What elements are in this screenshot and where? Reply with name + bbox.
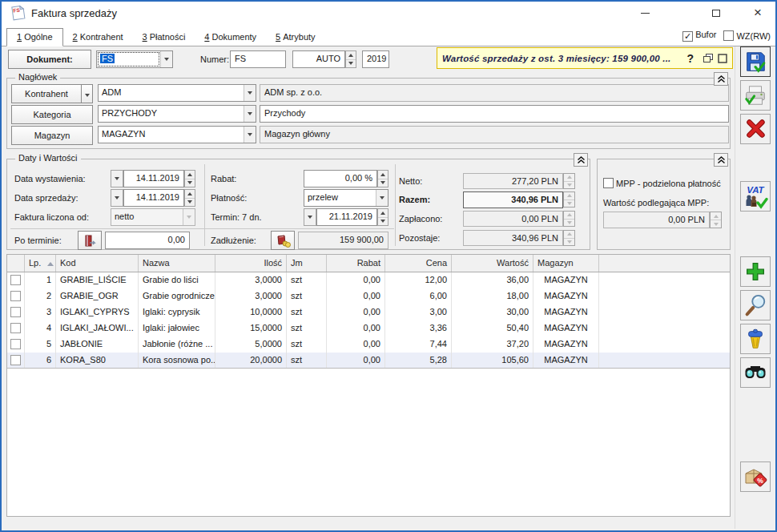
- tab-atrybuty[interactable]: 5Atrybuty: [266, 29, 324, 46]
- kategoria-name-field[interactable]: Przychody: [260, 105, 729, 123]
- netto-spinner: [563, 173, 575, 189]
- column-header[interactable]: Jm: [287, 255, 327, 272]
- data-wystawienia-drop[interactable]: [111, 170, 123, 187]
- chevron-down-icon: [183, 209, 195, 225]
- maximize-button[interactable]: [705, 2, 727, 23]
- numer-year-field[interactable]: 2019: [362, 50, 389, 68]
- column-header[interactable]: [7, 255, 25, 272]
- zaplacono-label: Zapłacono:: [399, 214, 442, 224]
- tab-ogolne[interactable]: 1Ogólne: [6, 28, 63, 46]
- table-row[interactable]: 3IGLAKI_CYPRYSIglaki: cyprysik10,0000szt…: [7, 304, 730, 320]
- collapse-daty-button[interactable]: [574, 153, 588, 167]
- table-row[interactable]: 5JABŁONIEJabłonie (różne ...5,0000szt0,0…: [7, 337, 730, 353]
- collapse-mpp-button[interactable]: [714, 153, 728, 167]
- column-header[interactable]: Lp.: [25, 255, 56, 272]
- kontrahent-code-combo[interactable]: ADM: [98, 84, 256, 102]
- termin-field[interactable]: 21.11.2019: [316, 208, 377, 226]
- data-wystawienia-field[interactable]: 14.11.2019: [123, 170, 184, 187]
- rabat-field[interactable]: 0,00 %: [304, 170, 377, 187]
- row-checkbox[interactable]: [10, 355, 21, 365]
- row-checkbox[interactable]: [10, 323, 21, 333]
- mpp-value-spinner: [710, 212, 722, 228]
- table-cell: 5: [25, 337, 56, 353]
- cancel-button[interactable]: [740, 114, 771, 144]
- table-cell: [7, 353, 25, 368]
- termin-drop[interactable]: [304, 208, 316, 226]
- tab-platnosci[interactable]: 3Płatności: [133, 29, 195, 46]
- print-button[interactable]: [740, 80, 771, 111]
- column-header[interactable]: Ilość: [215, 255, 287, 272]
- termin-spinner[interactable]: [377, 208, 388, 226]
- row-filler: [599, 272, 730, 288]
- data-sprzedazy-spinner[interactable]: [184, 189, 195, 207]
- data-sprzedazy-drop[interactable]: [111, 189, 123, 207]
- table-cell: 37,20: [452, 337, 533, 353]
- add-item-button[interactable]: [740, 256, 771, 287]
- zadluzenie-button[interactable]: [271, 231, 295, 250]
- chevron-down-icon[interactable]: [244, 85, 256, 101]
- column-header[interactable]: Nazwa: [139, 255, 215, 272]
- vat-registry-button[interactable]: VAT: [740, 181, 771, 212]
- magazyn-code-combo[interactable]: MAGAZYN: [98, 126, 256, 143]
- discounts-button[interactable]: %: [740, 461, 771, 492]
- bufor-checkbox[interactable]: ✓Bufor: [682, 30, 716, 42]
- wz-checkbox-box[interactable]: [723, 30, 734, 41]
- magazyn-name-field: Magazyn główny: [260, 126, 729, 143]
- column-header[interactable]: Magazyn: [533, 255, 599, 272]
- column-header[interactable]: Wartość: [452, 255, 533, 272]
- column-header[interactable]: Cena: [385, 255, 452, 272]
- numer-auto-spinner[interactable]: [345, 50, 356, 68]
- tab-kontrahent[interactable]: 2Kontrahent: [63, 29, 133, 46]
- table-cell: szt: [287, 304, 327, 320]
- kategoria-button[interactable]: Kategoria: [11, 105, 93, 124]
- data-sprzedazy-field[interactable]: 14.11.2019: [123, 189, 184, 207]
- table-row[interactable]: 1GRABIE_LIŚCIEGrabie do liści3,0000szt0,…: [7, 272, 730, 288]
- delete-item-button[interactable]: [740, 324, 771, 354]
- items-table: Lp.KodNazwaIlośćJmRabatCenaWartośćMagazy…: [6, 254, 731, 517]
- chevron-down-icon[interactable]: [160, 51, 172, 67]
- edit-item-button[interactable]: [740, 290, 771, 320]
- table-cell: 0,00: [327, 353, 385, 368]
- rabat-spinner[interactable]: [377, 170, 388, 187]
- tab-dokumenty[interactable]: 4Dokumenty: [195, 29, 266, 46]
- platnosc-combo[interactable]: przelew: [304, 189, 388, 207]
- find-item-button[interactable]: [740, 357, 771, 388]
- column-header[interactable]: Kod: [56, 255, 139, 272]
- row-checkbox[interactable]: [10, 307, 21, 317]
- collapse-naglowek-button[interactable]: [714, 72, 728, 86]
- table-cell: Grabie do liści: [139, 272, 215, 288]
- minimize-button[interactable]: [634, 2, 656, 23]
- close-button[interactable]: ×: [747, 2, 769, 23]
- mpp-checkbox-box[interactable]: [603, 178, 614, 188]
- kontrahent-button[interactable]: Kontrahent: [11, 84, 82, 103]
- bufor-checkbox-box[interactable]: ✓: [682, 31, 693, 42]
- column-header[interactable]: Rabat: [327, 255, 385, 272]
- row-checkbox[interactable]: [10, 339, 21, 349]
- document-schema-combo[interactable]: FS: [96, 50, 173, 68]
- save-button[interactable]: [740, 46, 771, 77]
- table-row[interactable]: 6KORA_S80Kora sosnowa po...20,0000szt0,0…: [7, 353, 730, 369]
- table-row[interactable]: 2GRABIE_OGRGrabie ogrodnicze3,0000szt0,0…: [7, 288, 730, 304]
- help-question-icon[interactable]: ?: [686, 52, 694, 65]
- mpp-checkbox[interactable]: MPP - podzielona płatność: [603, 178, 721, 188]
- dokument-button[interactable]: Dokument:: [8, 50, 91, 69]
- kategoria-code-combo[interactable]: PRZYCHODY: [98, 105, 256, 123]
- chevron-down-icon[interactable]: [244, 106, 256, 122]
- chevron-down-icon[interactable]: [376, 190, 388, 206]
- wz-checkbox[interactable]: WZ(RW): [723, 30, 771, 41]
- po-terminie-button[interactable]: [78, 231, 102, 250]
- chevron-down-icon[interactable]: [244, 127, 256, 143]
- magazyn-button[interactable]: Magazyn: [11, 126, 93, 145]
- numer-auto-field[interactable]: AUTO: [292, 50, 345, 68]
- row-checkbox[interactable]: [10, 275, 21, 285]
- table-cell: Grabie ogrodnicze: [139, 288, 215, 304]
- maximize-window-icon[interactable]: [718, 54, 727, 63]
- restore-window-icon[interactable]: [703, 54, 714, 63]
- kontrahent-button-arrow[interactable]: [81, 84, 93, 103]
- table-cell: Kora sosnowa po...: [139, 353, 215, 368]
- row-checkbox[interactable]: [10, 291, 21, 301]
- data-wystawienia-spinner[interactable]: [184, 170, 195, 187]
- platnosc-label: Płatność:: [211, 193, 247, 203]
- numer-prefix-field[interactable]: FS: [230, 50, 286, 68]
- table-row[interactable]: 4IGLAKI_JAŁOWI...Iglaki: jałowiec15,0000…: [7, 320, 730, 337]
